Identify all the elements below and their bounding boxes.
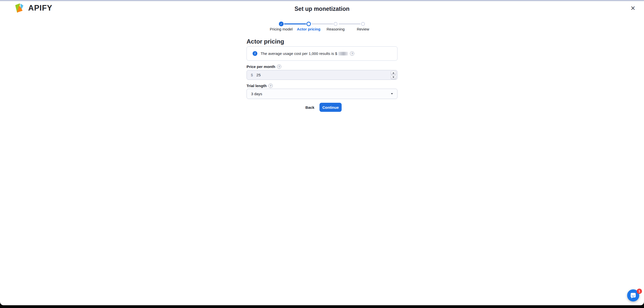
trial-length-label-row: Trial length ? (247, 84, 273, 88)
step-dot-pricing-model[interactable]: ✓ (279, 22, 284, 26)
down-arrow-icon (392, 77, 394, 78)
close-icon[interactable]: ✕ (629, 4, 637, 12)
help-icon-price[interactable]: ? (277, 64, 281, 69)
trial-length-value: 3 days (251, 92, 262, 96)
trial-length-label: Trial length (247, 84, 267, 88)
stepper-connector-1 (284, 23, 306, 24)
info-icon: i (253, 51, 257, 56)
price-per-month-label-row: Price per month ? (247, 64, 281, 69)
usage-cost-banner: i The average usage cost per 1,000 resul… (247, 46, 397, 61)
step-label-actor-pricing[interactable]: Actor pricing (297, 27, 320, 31)
stepper-connector-3 (339, 23, 360, 24)
window-top-strip (0, 0, 644, 1)
banner-text: The average usage cost per 1,000 results… (261, 51, 354, 56)
price-input[interactable] (256, 73, 397, 77)
monetization-modal: APIFY Set up monetization ✕ ✓ Pricing mo… (0, 0, 644, 305)
back-button[interactable]: Back (303, 103, 317, 112)
step-label-pricing-model[interactable]: Pricing model (270, 27, 293, 31)
trial-length-select[interactable]: 3 days (247, 89, 397, 99)
stepper-connector-2 (312, 23, 333, 24)
step-dot-reasoning[interactable] (334, 22, 338, 26)
page-title: Actor pricing (247, 38, 284, 45)
stepper-up-button[interactable] (391, 71, 396, 75)
obscured-value (338, 52, 348, 55)
modal-title: Set up monetization (0, 6, 644, 12)
currency-prefix: $ (251, 73, 253, 77)
number-stepper (391, 71, 396, 79)
chat-unread-badge: 1 (637, 289, 642, 294)
chat-bubble-icon (630, 292, 636, 299)
continue-button[interactable]: Continue (319, 103, 342, 112)
step-dot-review[interactable] (361, 22, 365, 26)
price-per-month-field[interactable]: $ (247, 70, 397, 80)
step-dot-actor-pricing[interactable] (306, 22, 311, 26)
price-per-month-label: Price per month (247, 64, 275, 69)
check-icon: ✓ (280, 22, 282, 26)
banner-text-content: The average usage cost per 1,000 results… (261, 51, 337, 56)
up-arrow-icon (392, 72, 394, 74)
step-label-review[interactable]: Review (357, 27, 369, 31)
help-icon-trial[interactable]: ? (268, 84, 273, 88)
stepper-down-button[interactable] (391, 75, 396, 79)
chevron-down-icon (391, 93, 393, 94)
help-icon-banner[interactable]: ? (350, 51, 354, 56)
step-label-reasoning[interactable]: Reasoning (327, 27, 345, 31)
